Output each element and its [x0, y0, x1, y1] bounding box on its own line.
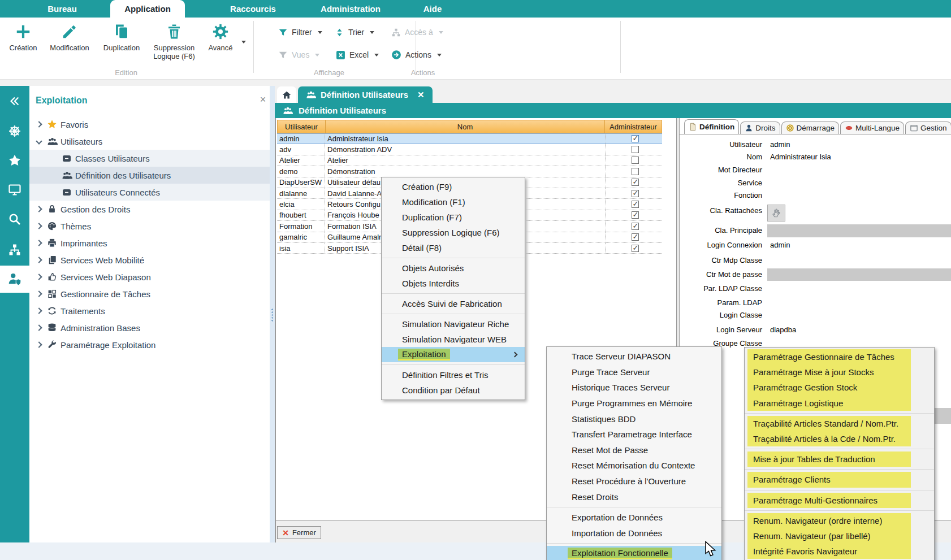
menu-item[interactable]: [745, 488, 934, 493]
search-icon[interactable]: [0, 212, 29, 226]
menu-item[interactable]: Purge Programmes en Mémoire: [547, 396, 721, 411]
sidebar-item-classes-utilisateurs[interactable]: Classes Utilisateurs: [29, 150, 270, 167]
chevron-right-icon[interactable]: [36, 240, 42, 246]
duplication-button[interactable]: Duplication: [96, 23, 147, 52]
menu-item[interactable]: Paramétrage Clients: [747, 472, 911, 487]
menu-item[interactable]: Trace Serveur DIAPASON: [547, 349, 721, 364]
menu-item[interactable]: Modification (F1): [382, 194, 525, 210]
menu-raccourcis[interactable]: Raccourcis: [218, 0, 288, 18]
menu-item[interactable]: Purge Trace Serveur: [547, 364, 721, 380]
tab-demarrage[interactable]: Démarrage: [781, 121, 840, 134]
menu-item[interactable]: Paramétrage Mise à jour Stocks: [747, 364, 911, 380]
menu-item[interactable]: [547, 505, 721, 510]
fermer-button[interactable]: ✕Fermer: [277, 526, 321, 539]
table-row[interactable]: adv Démonstration ADV: [277, 144, 662, 155]
menu-item[interactable]: Paramétrage Gestionnaire de Tâches: [747, 349, 911, 364]
monitor-icon[interactable]: [0, 183, 29, 197]
menu-item[interactable]: Reset Droits: [547, 489, 721, 505]
org-chart-icon[interactable]: [0, 243, 29, 257]
modification-button[interactable]: Modification: [45, 23, 94, 52]
sidebar-item-traitements[interactable]: Traitements: [29, 302, 270, 319]
menu-item[interactable]: Traçabilité Articles à la Cde / Nom.Ptr.: [747, 431, 911, 446]
sidebar-item-utilisateurs-connectes[interactable]: Utilisateurs Connectés: [29, 184, 270, 201]
menu-item[interactable]: Historique Traces Serveur: [547, 380, 721, 396]
menu-item[interactable]: Paramétrage Gestion Stock: [747, 380, 911, 395]
menu-item[interactable]: Création (F9): [382, 179, 525, 194]
ctr-mot-de-passe-input[interactable]: [767, 268, 951, 281]
admin-checkbox[interactable]: [632, 179, 639, 186]
menu-item[interactable]: Exportation de Données: [547, 510, 721, 526]
menu-item[interactable]: Renum. Navigateur (ordre interne): [747, 513, 911, 528]
sidebar-item-imprimantes[interactable]: Imprimantes: [29, 235, 270, 251]
menu-item[interactable]: Reset Mot de Passe: [547, 442, 721, 458]
menu-item[interactable]: [382, 291, 525, 296]
menu-item[interactable]: Traçabilité Articles Standard / Nom.Ptr.: [747, 416, 911, 431]
menu-bureau[interactable]: Bureau: [34, 0, 90, 18]
menu-item[interactable]: [745, 411, 934, 416]
column-nom[interactable]: Nom: [326, 120, 605, 133]
sidebar-item-favoris[interactable]: Favoris: [29, 116, 270, 133]
actions-caret-icon[interactable]: [437, 54, 442, 57]
tab-definition-utilisateurs[interactable]: Définition Utilisateurs✕: [298, 86, 433, 103]
menu-item[interactable]: Importation de Données: [547, 526, 721, 541]
menu-item[interactable]: Exploitation Fonctionnelle: [547, 546, 721, 560]
menu-item[interactable]: Reset Procédure à l'Ouverture: [547, 474, 721, 489]
excel-button[interactable]: Excel: [336, 49, 379, 61]
menu-item[interactable]: [745, 467, 934, 472]
avance-caret-icon[interactable]: [241, 41, 246, 44]
admin-checkbox[interactable]: [632, 233, 639, 241]
sidebar-item-administration-bases[interactable]: Administration Bases: [29, 319, 270, 336]
menu-item[interactable]: Reset Mémorisation du Contexte: [547, 458, 721, 474]
avance-button[interactable]: Avancé: [202, 23, 239, 52]
column-utilisateur[interactable]: Utilisateur: [278, 120, 326, 133]
table-row[interactable]: admin Administrateur Isia: [277, 133, 662, 144]
menu-item[interactable]: Duplication (F7): [382, 210, 525, 225]
admin-checkbox[interactable]: [632, 211, 639, 219]
sidebar-item-themes[interactable]: Thèmes: [29, 218, 270, 235]
admin-checkbox[interactable]: [632, 146, 639, 153]
trier-caret-icon[interactable]: [370, 31, 374, 34]
menu-item[interactable]: [547, 541, 721, 546]
admin-checkbox[interactable]: [632, 157, 639, 164]
suppression-button[interactable]: Suppression Logique (F6): [148, 23, 200, 60]
menu-application[interactable]: Application: [110, 0, 185, 18]
collapse-sidebar-icon[interactable]: [0, 95, 29, 107]
menu-item[interactable]: Accès Suivi de Fabrication: [382, 296, 525, 311]
menu-item[interactable]: [382, 255, 525, 261]
menu-item[interactable]: Simulation Navigateur WEB: [382, 332, 525, 347]
chevron-right-icon[interactable]: [36, 341, 42, 348]
menu-item[interactable]: Objets Interdits: [382, 276, 525, 291]
column-administrateur[interactable]: Administrateur: [605, 120, 662, 133]
tab-definition[interactable]: Définition: [684, 119, 739, 134]
menu-item[interactable]: Transfert Parametrage Interface: [547, 427, 721, 442]
filtrer-caret-icon[interactable]: [318, 31, 322, 34]
sidebar-item-services-web-mobilite[interactable]: Services Web Mobilité: [29, 251, 270, 268]
chevron-right-icon[interactable]: [36, 121, 42, 127]
chevron-right-icon[interactable]: [36, 206, 42, 212]
tab-multi-langue[interactable]: Multi-Langue: [840, 121, 904, 134]
menu-item[interactable]: Paramétrage Multi-Gestionnaires: [747, 493, 911, 508]
admin-checkbox[interactable]: [632, 190, 639, 197]
admin-checkbox[interactable]: [632, 201, 639, 208]
menu-item[interactable]: [745, 446, 934, 452]
menu-item[interactable]: Renum. Navigateur (par libellé): [747, 528, 911, 544]
chevron-right-icon[interactable]: [36, 274, 42, 280]
admin-checkbox[interactable]: [632, 135, 639, 142]
panel-splitter[interactable]: [270, 86, 275, 542]
menu-item[interactable]: Détail (F8): [382, 240, 525, 255]
menu-item[interactable]: Paramétrage Logistique: [747, 396, 911, 411]
tab-droits[interactable]: Droits: [740, 121, 780, 134]
table-row[interactable]: Atelier Atelier: [277, 155, 662, 166]
vues-button[interactable]: Vues: [278, 49, 319, 61]
sidebar-item-parametrage-exploitation[interactable]: Paramétrage Exploitation: [29, 336, 270, 353]
sidebar-item-gestion-droits[interactable]: Gestion des Droits: [29, 201, 270, 218]
admin-checkbox[interactable]: [632, 168, 639, 175]
tab-close-icon[interactable]: ✕: [417, 90, 425, 100]
home-tab[interactable]: [277, 86, 296, 103]
chevron-down-icon[interactable]: [36, 138, 42, 144]
user-admin-tile[interactable]: [0, 266, 29, 293]
menu-item[interactable]: [382, 362, 525, 367]
nav-close-icon[interactable]: ×: [257, 93, 269, 106]
admin-checkbox[interactable]: [632, 245, 639, 252]
menu-item[interactable]: [745, 508, 934, 513]
